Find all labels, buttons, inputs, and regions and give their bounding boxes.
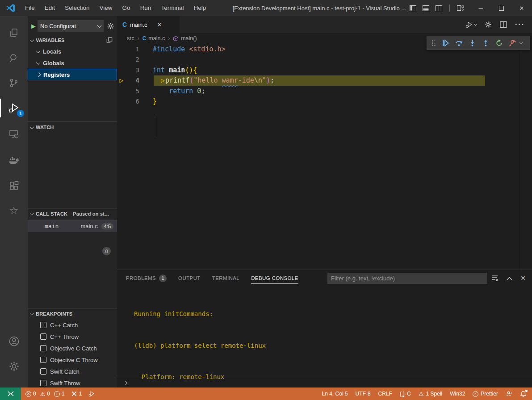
tab-output[interactable]: OUTPUT	[178, 270, 201, 286]
problems-status[interactable]: ✕ 0 ⚠ 0 i 1	[25, 391, 65, 397]
tab-main-c[interactable]: C main.c ✕	[117, 16, 180, 33]
thread-count-badge: 0	[102, 247, 111, 255]
search-icon[interactable]	[0, 47, 28, 69]
chevron-down-icon	[30, 38, 34, 42]
variables-item-globals[interactable]: Globals	[28, 57, 117, 69]
menu-help[interactable]: Help	[189, 0, 211, 16]
toggle-secondary-sidebar-icon[interactable]	[436, 5, 442, 11]
menu-run[interactable]: Run	[135, 0, 156, 16]
activity-bar: 1 ☆	[0, 16, 28, 388]
checkbox[interactable]	[40, 345, 46, 351]
breakpoint-cpp-throw[interactable]: C++ Throw	[28, 331, 117, 342]
run-or-debug-icon[interactable]	[465, 21, 477, 29]
code-editor[interactable]: 1 #include <stdio.h> 2 3 int main(){ ▷ 4…	[117, 44, 532, 270]
checkbox[interactable]	[40, 333, 46, 340]
code-line-5: 5 return 0;	[117, 86, 532, 96]
bottom-panel: PROBLEMS 1 OUTPUT TERMINAL DEBUG CONSOLE…	[117, 270, 532, 388]
breakpoint-cpp-catch[interactable]: C++ Catch	[28, 319, 117, 331]
toggle-sidebar-icon[interactable]	[410, 5, 416, 11]
checkbox[interactable]	[40, 322, 46, 328]
continue-button[interactable]	[440, 37, 451, 49]
cursor-position[interactable]: Ln 4, Col 5	[322, 391, 348, 397]
menu-view[interactable]: View	[95, 0, 117, 16]
breakpoints-section-header[interactable]: BREAKPOINTS	[28, 308, 117, 319]
close-window-button[interactable]: ✕	[511, 0, 532, 16]
breadcrumb-file[interactable]: main.c	[148, 35, 165, 42]
step-out-button[interactable]	[480, 37, 491, 49]
menu-file[interactable]: File	[20, 0, 40, 16]
encoding-indicator[interactable]: UTF-8	[356, 391, 371, 397]
menu-go[interactable]: Go	[117, 0, 135, 16]
tools-status[interactable]: 1	[71, 391, 82, 397]
extensions-grid-icon[interactable]	[0, 175, 28, 196]
run-and-debug-icon[interactable]: 1	[0, 97, 28, 119]
toggle-panel-icon[interactable]	[423, 5, 429, 11]
menu-selection[interactable]: Selection	[60, 0, 95, 16]
breakpoint-swift-catch[interactable]: Swift Catch	[28, 366, 117, 377]
disconnect-button[interactable]	[507, 37, 518, 49]
split-editor-icon[interactable]	[500, 21, 507, 28]
tab-terminal[interactable]: TERMINAL	[212, 270, 239, 286]
checkbox[interactable]	[40, 380, 46, 386]
start-debug-icon[interactable]: ▶	[31, 23, 36, 29]
chevron-down-icon	[36, 60, 41, 65]
breadcrumb-dir[interactable]: src	[127, 35, 134, 42]
copy-icon[interactable]	[106, 37, 113, 43]
watch-section-header[interactable]: WATCH	[28, 122, 117, 133]
variables-item-registers[interactable]: Registers	[28, 69, 117, 80]
more-actions-icon[interactable]: ···	[515, 21, 525, 29]
debug-status-icon[interactable]	[88, 390, 95, 397]
checkbox[interactable]	[40, 368, 46, 375]
notifications-bell-icon[interactable]	[520, 391, 527, 397]
close-panel-icon[interactable]: ✕	[520, 275, 526, 282]
console-filter-input[interactable]	[327, 273, 487, 284]
accounts-icon[interactable]	[0, 330, 28, 352]
settings-gear-icon[interactable]	[0, 355, 28, 377]
menu-terminal[interactable]: Terminal	[156, 0, 189, 16]
toolbar-drag-grip[interactable]	[431, 40, 436, 46]
formatter-status[interactable]: ⁄ Prettier	[473, 391, 498, 397]
language-mode[interactable]: { } C	[400, 391, 411, 397]
remote-explorer-icon[interactable]	[0, 123, 28, 145]
editor-settings-gear-icon[interactable]	[485, 21, 492, 28]
platform-indicator[interactable]: Win32	[450, 391, 465, 397]
maximize-panel-icon[interactable]	[507, 276, 512, 280]
warning-icon: ⚠	[419, 391, 424, 397]
status-bar: ✕ 0 ⚠ 0 i 1 1 Ln 4, Col 5 UTF-8 CRLF { }…	[0, 388, 532, 400]
c-language-icon: C	[122, 21, 127, 28]
menu-edit[interactable]: Edit	[40, 0, 60, 16]
favorites-star-icon[interactable]: ☆	[0, 200, 28, 221]
source-control-icon[interactable]	[0, 72, 28, 94]
step-into-button[interactable]	[466, 37, 478, 49]
call-stack-section-header[interactable]: CALL STACK Paused on st...	[28, 208, 117, 219]
debug-console-input[interactable]	[117, 378, 532, 388]
checkbox[interactable]	[40, 357, 46, 363]
restart-button[interactable]	[493, 37, 505, 49]
debug-settings-gear-icon[interactable]	[107, 22, 114, 30]
tab-debug-console[interactable]: DEBUG CONSOLE	[251, 270, 298, 286]
feedback-person-icon[interactable]	[506, 391, 512, 397]
spell-checker-status[interactable]: ⚠ 1 Spell	[419, 391, 442, 397]
explorer-icon[interactable]	[0, 22, 28, 44]
debug-badge: 1	[17, 110, 24, 117]
minimize-button[interactable]: ─	[470, 0, 491, 16]
variables-section-header[interactable]: VARIABLES	[28, 35, 117, 46]
tab-problems[interactable]: PROBLEMS 1	[126, 270, 167, 286]
remote-indicator[interactable]	[0, 388, 21, 400]
customize-layout-icon[interactable]	[457, 5, 464, 11]
maximize-button[interactable]	[491, 0, 511, 16]
debug-config-dropdown[interactable]: No Configurat	[38, 20, 104, 32]
eol-indicator[interactable]: CRLF	[378, 391, 392, 397]
breadcrumb-symbol[interactable]: main()	[181, 35, 197, 42]
chevron-down-icon[interactable]	[519, 41, 523, 44]
execution-pointer-icon: ▷	[119, 76, 123, 84]
breakpoint-objc-catch[interactable]: Objective C Catch	[28, 342, 117, 354]
step-over-button[interactable]	[453, 37, 465, 49]
variables-item-locals[interactable]: Locals	[28, 46, 117, 57]
clear-console-icon[interactable]	[491, 275, 498, 282]
code-line-2: 2	[117, 54, 532, 65]
breakpoint-objc-throw[interactable]: Objective C Throw	[28, 354, 117, 366]
close-tab-icon[interactable]: ✕	[157, 21, 162, 28]
window-title: [Extension Development Host] main.c - te…	[214, 5, 424, 12]
docker-icon[interactable]	[0, 150, 28, 171]
